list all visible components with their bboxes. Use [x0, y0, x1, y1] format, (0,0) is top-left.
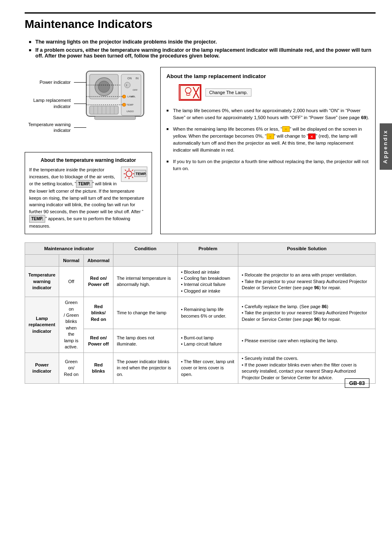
red-lamp-icon: ✕ [308, 134, 316, 139]
lamp-bullet-1: The lamp life becomes 0%, when used for … [166, 107, 369, 122]
col-subheader-normal: Normal [59, 254, 83, 266]
projector-diagram: Power indicator Lamp replacement indicat… [25, 67, 152, 146]
table-row-temp: Temperaturewarningindicator Off Red on/P… [25, 266, 376, 297]
lamp-problems-2: • Burnt-out lamp • Lamp circuit failure [178, 329, 238, 353]
col-header-indicator: Maintenance indicator [25, 242, 113, 254]
temp-warning-title: About the temperature warning indicator [29, 157, 148, 164]
temp-badge-2: TEMP. [29, 215, 45, 223]
maintenance-table: Maintenance indicator Condition Problem … [25, 242, 376, 384]
lamp-replacement-box: About the lamp replacement indicator [160, 67, 376, 234]
left-panel: Power indicator Lamp replacement indicat… [25, 67, 152, 234]
appendix-tab: Appendix [380, 123, 392, 170]
svg-text:I: I [126, 83, 127, 87]
page-number: GB-83 [345, 378, 369, 388]
change-lamp-label: Change The Lamp. [205, 88, 251, 97]
intro-bullets: The warning lights on the projector indi… [25, 39, 376, 59]
lamp-abnormal-1: Red blinks/Red on [83, 297, 113, 329]
col-subheader-abnormal: Abnormal [83, 254, 113, 266]
svg-text:TEMP.: TEMP. [136, 172, 146, 176]
yellow-lamp-icon: ✕ [282, 126, 290, 132]
lamp-solutions-2: • Please exercise care when replacing th… [238, 329, 376, 353]
svg-point-7 [125, 82, 130, 88]
col-subheader-type [25, 254, 59, 266]
lamp-box-title: About the lamp replacement indicator [166, 73, 369, 79]
lamp-indicator-display: Change The Lamp. [179, 84, 369, 101]
temp-indicator-svg: TEMP. [121, 166, 148, 182]
temp-row-header: Temperaturewarningindicator [25, 266, 59, 297]
page-title: Maintenance Indicators [25, 12, 376, 31]
svg-text:IN: IN [136, 77, 138, 80]
temp-solutions: • Relocate the projector to an area with… [238, 266, 376, 297]
appendix-label: Appendix [382, 129, 388, 164]
temp-abnormal: Red on/Power off [83, 266, 113, 297]
lamp-indicator-label: Lamp replacement indicator [25, 97, 74, 109]
svg-text:TEMP: TEMP [127, 104, 134, 106]
temp-arrow-line [74, 127, 86, 128]
table-row-lamp-1: Lampreplacementindicator Green on / Gree… [25, 297, 376, 329]
lamp-arrow-line [74, 104, 86, 104]
lamp-problems-1: • Remaining lamp life becomes 6% or unde… [178, 297, 238, 329]
svg-rect-16 [90, 106, 118, 114]
temp-badge-1: TEMP. [76, 180, 92, 188]
svg-text:LAMP: LAMP [127, 95, 134, 98]
temp-problems: • Blocked air intake • Cooling fan break… [178, 266, 238, 297]
power-condition: The power indicator blinks in red when t… [113, 353, 178, 384]
projector-svg: ON IN I OFF VOL LAMP [74, 67, 146, 145]
svg-point-10 [122, 95, 126, 98]
lamp-condition-1: Time to change the lamp [113, 297, 178, 329]
power-arrow-line [74, 82, 86, 83]
projector-illustration: ON IN I OFF VOL LAMP [74, 67, 146, 146]
yellow-icon-2: ✕ [267, 134, 274, 139]
col-header-problem: Problem [178, 242, 238, 254]
lamp-bullet-3: If you try to turn on the projector a fo… [166, 158, 369, 173]
power-problems: • The filter cover, lamp unit cover or l… [178, 353, 238, 384]
svg-text:UNDO: UNDO [127, 110, 134, 113]
col-header-solution: Possible Solution [238, 242, 376, 254]
lamp-abnormal-2: Red on/Power off [83, 329, 113, 353]
temp-normal: Off [59, 266, 83, 297]
lamp-solutions-1: • Carefully replace the lamp. (See page … [238, 297, 376, 329]
col-header-condition: Condition [113, 242, 178, 254]
intro-bullet-1: The warning lights on the projector indi… [29, 39, 376, 45]
power-abnormal: Red blinks [83, 353, 113, 384]
temp-warning-box: About the temperature warning indicator [25, 152, 152, 234]
temp-condition: The internal temperature is abnormally h… [113, 266, 178, 297]
svg-point-11 [122, 103, 126, 106]
table-row-power: Powerindicator Green on/Red on Red blink… [25, 353, 376, 384]
power-normal: Green on/Red on [59, 353, 83, 384]
lamp-bullets: The lamp life becomes 0%, when used for … [166, 107, 369, 172]
lamp-row-header: Lampreplacementindicator [25, 297, 59, 353]
svg-text:OFF: OFF [133, 89, 138, 91]
lamp-condition-2: The lamp does not illuminate. [113, 329, 178, 353]
svg-rect-23 [95, 116, 136, 120]
lamp-bullet-2: When the remaining lamp life becomes 6% … [166, 126, 369, 154]
power-row-header: Powerindicator [25, 353, 59, 384]
main-content: Power indicator Lamp replacement indicat… [25, 67, 376, 234]
col-subheader-problem [178, 254, 238, 266]
intro-bullet-2: If a problem occurs, either the temperat… [29, 47, 376, 59]
svg-text:ON: ON [127, 77, 132, 80]
arrow-labels: Power indicator Lamp replacement indicat… [25, 67, 74, 145]
temp-indicator-display: TEMP. [121, 166, 148, 184]
temp-indicator-label: Temperature warning indicator [25, 122, 74, 134]
col-subheader-condition [113, 254, 178, 266]
col-subheader-solution [238, 254, 376, 266]
lamp-icon-box [179, 84, 201, 101]
svg-point-3 [98, 81, 110, 92]
lamp-change-icon [180, 85, 201, 100]
lamp-normal: Green on / Green blinks when the lamp is… [59, 297, 83, 353]
power-indicator-label: Power indicator [25, 79, 74, 85]
